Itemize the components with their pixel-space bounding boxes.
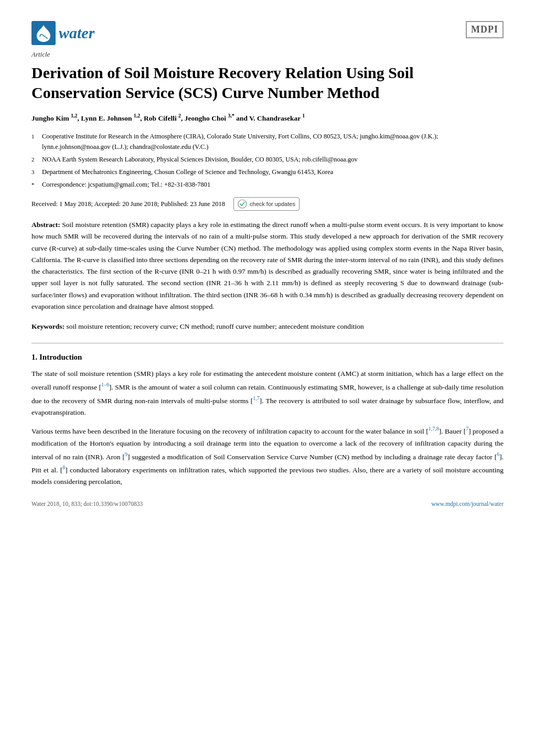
- abstract-block: Abstract: Soil moisture retention (SMR) …: [31, 219, 504, 312]
- section1-title: 1. Introduction: [31, 353, 504, 362]
- journal-logo: water: [31, 21, 94, 45]
- keywords-text: soil moisture retention; recovery curve;…: [66, 322, 363, 330]
- keywords-label: Keywords:: [31, 322, 65, 330]
- affiliation-3: 3 Department of Mechatronics Engineering…: [31, 167, 504, 177]
- affiliation-1: 1 Cooperative Institute for Research in …: [31, 131, 504, 152]
- journal-url: www.mdpi.com/journal/water: [431, 501, 504, 507]
- page-header: water MDPI: [31, 21, 504, 45]
- affiliations-block: 1 Cooperative Institute for Research in …: [31, 131, 504, 190]
- section1-para2: Various terms have been described in the…: [31, 424, 504, 488]
- section-divider: [31, 343, 504, 343]
- received-dates: Received: 1 May 2018; Accepted: 20 June …: [31, 200, 225, 208]
- water-logo-icon: [31, 21, 56, 45]
- abstract-label: Abstract:: [31, 221, 60, 229]
- article-type: Article: [31, 50, 504, 59]
- authors-line: Jungho Kim 1,2, Lynn E. Johnson 1,2, Rob…: [31, 112, 504, 124]
- svg-point-1: [238, 200, 247, 208]
- abstract-body: Soil moisture retention (SMR) capacity p…: [31, 221, 504, 310]
- mdpi-logo: MDPI: [466, 21, 504, 38]
- page-title: Derivation of Soil Moisture Recovery Rel…: [31, 63, 504, 102]
- journal-reference: Water 2018, 10, 833; doi:10.3390/w100708…: [31, 501, 143, 507]
- abstract-text: Abstract: Soil moisture retention (SMR) …: [31, 219, 504, 312]
- keywords-block: Keywords: soil moisture retention; recov…: [31, 321, 504, 332]
- check-updates-icon: [238, 199, 247, 209]
- correspondence-note: * Correspondence: jcspatium@gmail.com; T…: [31, 179, 504, 190]
- check-updates-badge[interactable]: check for updates: [233, 197, 299, 211]
- received-line: Received: 1 May 2018; Accepted: 20 June …: [31, 197, 504, 211]
- journal-name: water: [59, 24, 94, 42]
- affiliation-2: 2 NOAA Earth System Research Laboratory,…: [31, 154, 504, 165]
- page-footer: Water 2018, 10, 833; doi:10.3390/w100708…: [31, 501, 504, 507]
- section1-para1: The state of soil moisture retention (SM…: [31, 368, 504, 419]
- check-updates-label: check for updates: [250, 201, 295, 207]
